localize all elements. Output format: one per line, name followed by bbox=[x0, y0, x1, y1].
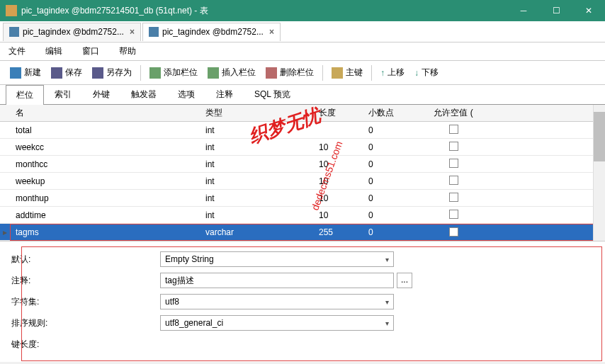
save-button[interactable]: 保存 bbox=[47, 64, 86, 82]
nullable-checkbox[interactable] bbox=[449, 193, 458, 202]
table-row[interactable]: addtimeint100 bbox=[0, 207, 605, 224]
close-button[interactable]: ✕ bbox=[572, 0, 605, 21]
insertcol-button[interactable]: 插入栏位 bbox=[203, 64, 260, 82]
cell-name[interactable]: addtime bbox=[10, 210, 205, 220]
cell-decimals[interactable]: 0 bbox=[368, 227, 425, 237]
new-button[interactable]: 新建 bbox=[6, 64, 45, 82]
columns-grid: 名 类型 长度 小数点 允许空值 ( totalint0weekccint100… bbox=[0, 105, 605, 241]
nullable-checkbox[interactable] bbox=[449, 125, 458, 134]
table-row[interactable]: monthupint100 bbox=[0, 190, 605, 207]
nullable-checkbox[interactable]: ✔ bbox=[449, 227, 458, 237]
table-row[interactable]: weekupint100 bbox=[0, 173, 605, 190]
new-icon bbox=[10, 67, 21, 79]
cell-length[interactable]: 255 bbox=[319, 227, 368, 237]
tab-1[interactable]: pic_tagindex @bdm2752... × bbox=[3, 23, 141, 41]
table-row[interactable]: weekccint100 bbox=[0, 139, 605, 156]
moveup-button[interactable]: ↑上移 bbox=[376, 64, 409, 82]
tab-triggers[interactable]: 触发器 bbox=[120, 84, 167, 104]
charset-select[interactable]: utf8▾ bbox=[160, 294, 394, 309]
menu-bar: 文件 编辑 窗口 帮助 bbox=[0, 42, 605, 61]
chevron-down-icon: ▾ bbox=[385, 319, 389, 327]
tab-label: pic_tagindex @bdm2752... bbox=[23, 27, 124, 37]
cell-name[interactable]: weekup bbox=[10, 176, 205, 186]
minimize-button[interactable]: ─ bbox=[507, 0, 540, 21]
cell-length[interactable]: 10 bbox=[319, 210, 368, 220]
save-icon bbox=[51, 67, 62, 79]
tab-indexes[interactable]: 索引 bbox=[44, 84, 82, 104]
cell-name[interactable]: weekcc bbox=[10, 142, 205, 152]
menu-file[interactable]: 文件 bbox=[6, 42, 28, 60]
delcol-button[interactable]: 删除栏位 bbox=[261, 64, 318, 82]
cell-length[interactable]: 10 bbox=[319, 176, 368, 186]
designer-tabs: 栏位 索引 外键 触发器 选项 注释 SQL 预览 bbox=[0, 85, 605, 105]
table-row[interactable]: monthccint100 bbox=[0, 156, 605, 173]
cell-length[interactable]: 10 bbox=[319, 159, 368, 169]
movedown-button[interactable]: ↓下移 bbox=[410, 64, 443, 82]
header-type[interactable]: 类型 bbox=[205, 107, 319, 119]
collate-select[interactable]: utf8_general_ci▾ bbox=[160, 315, 394, 331]
charset-label: 字符集: bbox=[11, 296, 160, 308]
default-select[interactable]: Empty String▾ bbox=[160, 251, 394, 267]
cell-length[interactable]: 10 bbox=[319, 142, 368, 152]
tab-foreignkeys[interactable]: 外键 bbox=[82, 84, 120, 104]
nullable-checkbox[interactable] bbox=[449, 210, 458, 219]
toolbar: 新建 保存 另存为 添加栏位 插入栏位 删除栏位 主键 ↑上移 ↓下移 bbox=[0, 61, 605, 85]
cell-type[interactable]: int bbox=[205, 125, 319, 135]
cell-type[interactable]: int bbox=[205, 159, 319, 169]
vertical-scrollbar[interactable] bbox=[593, 105, 605, 241]
header-decimals[interactable]: 小数点 bbox=[368, 107, 425, 119]
comment-ellipsis-button[interactable]: ... bbox=[397, 273, 412, 288]
collate-label: 排序规则: bbox=[11, 317, 160, 329]
pkey-button[interactable]: 主键 bbox=[327, 64, 367, 82]
cell-decimals[interactable]: 0 bbox=[368, 193, 425, 203]
cell-type[interactable]: varchar bbox=[205, 227, 319, 237]
cell-decimals[interactable]: 0 bbox=[368, 142, 425, 152]
cell-name[interactable]: tagms bbox=[10, 227, 205, 237]
comment-input[interactable]: tag描述 bbox=[160, 273, 394, 288]
header-length[interactable]: 长度 bbox=[319, 107, 368, 119]
menu-help[interactable]: 帮助 bbox=[116, 42, 139, 60]
saveas-button[interactable]: 另存为 bbox=[88, 64, 136, 82]
addcol-button[interactable]: 添加栏位 bbox=[145, 64, 202, 82]
window-title: pic_tagindex @bdm275214501_db (51qt.net)… bbox=[21, 5, 507, 17]
saveas-icon bbox=[92, 67, 103, 79]
cell-name[interactable]: monthcc bbox=[10, 159, 205, 169]
close-icon[interactable]: × bbox=[130, 27, 135, 37]
tab-options[interactable]: 选项 bbox=[167, 84, 205, 104]
tab-columns[interactable]: 栏位 bbox=[6, 85, 44, 105]
header-nullable[interactable]: 允许空值 ( bbox=[425, 107, 482, 119]
insert-field-icon bbox=[208, 67, 219, 79]
chevron-down-icon: ▾ bbox=[385, 256, 389, 263]
table-row[interactable]: totalint0 bbox=[0, 122, 605, 139]
nullable-checkbox[interactable] bbox=[449, 176, 458, 185]
cell-decimals[interactable]: 0 bbox=[368, 159, 425, 169]
app-icon bbox=[6, 5, 17, 16]
cell-decimals[interactable]: 0 bbox=[368, 176, 425, 186]
cell-type[interactable]: int bbox=[205, 210, 319, 220]
document-tabs: pic_tagindex @bdm2752... × pic_tagindex … bbox=[0, 21, 605, 42]
close-icon[interactable]: × bbox=[269, 27, 274, 37]
nullable-checkbox[interactable] bbox=[449, 142, 458, 151]
column-details: 默认: Empty String▾ 注释: tag描述 ... 字符集: utf… bbox=[0, 241, 605, 362]
menu-edit[interactable]: 编辑 bbox=[43, 42, 65, 60]
header-name[interactable]: 名 bbox=[10, 107, 205, 119]
cell-type[interactable]: int bbox=[205, 176, 319, 186]
cell-decimals[interactable]: 0 bbox=[368, 210, 425, 220]
tab-sqlpreview[interactable]: SQL 预览 bbox=[244, 84, 301, 104]
arrow-up-icon: ↑ bbox=[380, 68, 385, 78]
cell-type[interactable]: int bbox=[205, 142, 319, 152]
tab-comment[interactable]: 注释 bbox=[205, 84, 244, 104]
cell-length[interactable]: 10 bbox=[319, 193, 368, 203]
cell-type[interactable]: int bbox=[205, 193, 319, 203]
tab-2[interactable]: pic_tagindex @bdm2752... × bbox=[142, 23, 281, 41]
cell-name[interactable]: monthup bbox=[10, 193, 205, 203]
keylen-label: 键长度: bbox=[11, 339, 160, 351]
cell-decimals[interactable]: 0 bbox=[368, 125, 425, 135]
maximize-button[interactable]: ☐ bbox=[540, 0, 572, 21]
table-row[interactable]: ▸tagmsvarchar2550✔ bbox=[0, 224, 605, 241]
cell-name[interactable]: total bbox=[10, 125, 205, 135]
tab-label: pic_tagindex @bdm2752... bbox=[162, 27, 264, 37]
nullable-checkbox[interactable] bbox=[449, 159, 458, 168]
add-field-icon bbox=[149, 67, 161, 79]
menu-window[interactable]: 窗口 bbox=[79, 42, 102, 60]
